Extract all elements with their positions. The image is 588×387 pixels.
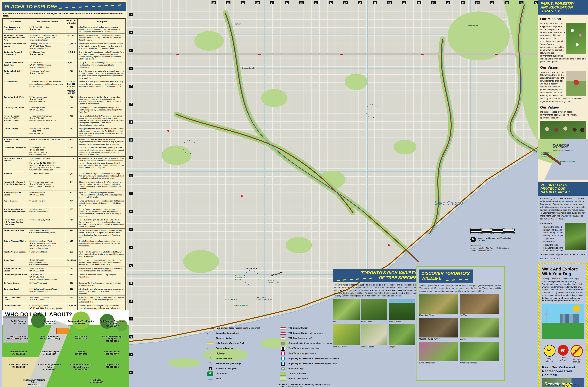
park-name: High Park	[3, 172, 28, 180]
col-address: Park Address/Contact	[28, 20, 65, 24]
legend-item: Physically Accessible Park Washroom (war…	[279, 356, 350, 361]
park-description: Nestled alongside a creek, Tam O'Shanter…	[78, 296, 126, 304]
wildlife-photo-grid: Great Blue Heron Red Fox Midland Painted…	[419, 294, 502, 364]
park-description: The site of innovative contemporary scul…	[78, 273, 126, 281]
park-name: Humber Valley Golf Course	[3, 191, 28, 199]
volunteer-title: VOLUNTEER TO PROTECT OUR NATURAL AREAS	[541, 183, 583, 194]
call-item-phone: 416-338-0338	[83, 381, 111, 383]
legend-swatch-icon	[279, 372, 287, 376]
grid-number: 38	[475, 1, 480, 4]
become-volunteer-cta: Become a volunteer!	[540, 257, 586, 260]
park-grid-coordinates: D3	[65, 180, 78, 191]
wildlife-photo-caption: Monarch Butterflies	[460, 362, 499, 364]
inset-land	[538, 139, 566, 164]
table-row: Toronto Botanical Gardens (TBG) in Edwar…	[3, 114, 126, 127]
legend-swatch-icon	[279, 356, 287, 361]
park-grid-coordinates: S19	[65, 273, 78, 281]
park-contact: 955 Humberwood Boulevard ☎ 416 675-6622 …	[28, 180, 65, 191]
places-to-explore-panel: PLACES TO EXPLORE Visit www.toronto.ca/p…	[0, 0, 127, 310]
park-contact: 11 locations across the city. Individual…	[28, 80, 65, 95]
legend-swatch-icon	[279, 346, 287, 351]
tree-photo: Tree of Heaven	[361, 324, 387, 348]
dog-body-text: The signs below will help you with "dogg…	[542, 278, 583, 296]
park-contact: 781 Victoria Park Avenue ☎ 416 392-2558	[28, 69, 65, 80]
legend-swatch-icon	[279, 366, 287, 371]
grid-number: 20	[211, 1, 216, 4]
wildlife-photo: White Tailed Deer	[419, 342, 458, 364]
call-item-phone: 416-338-0338	[67, 353, 95, 355]
call-item-phone: 416-338-0338	[36, 368, 63, 370]
dog-icon	[574, 349, 580, 353]
park-grid-coordinates: M-N,1-2	[65, 50, 78, 61]
legend-item: Pedestrian/Bicycle Bridge	[207, 362, 274, 366]
wildlife-photo-image	[460, 318, 499, 338]
dogs-off-leash-sign: Dogs off leash	[543, 345, 556, 363]
grid-letter: W	[129, 371, 133, 374]
park-grid-coordinates: P27	[65, 69, 78, 80]
table-row: Franklin Children's Garden Centre Island…	[3, 137, 126, 146]
park-name: Franklin Children's Garden	[3, 138, 28, 146]
table-row: Exhibition Place 200 Princes' Boulevard …	[3, 127, 126, 137]
sign-label: Dogs off leash	[543, 358, 556, 362]
park-description: Cherry Beach is one of the city's finest…	[78, 61, 126, 69]
park-description: Lush Vegetation and a rolling landscape …	[78, 106, 126, 114]
map-label: TORONTO HUNT CLUB	[268, 280, 283, 283]
grid-number: 33	[402, 1, 406, 4]
dog-walker-illustration	[542, 304, 584, 339]
park-name: Don Valley Golf Course	[3, 106, 28, 114]
call-item-phone: 416-392-8188	[98, 325, 126, 327]
park-description: St. James Gardens features a formal gard…	[78, 281, 126, 287]
grid-number: 29	[343, 1, 348, 4]
call-item: Park Permits/ Picnic Area bookings 416-3…	[98, 320, 126, 327]
legend-swatch-icon	[279, 336, 287, 341]
park-name: Ashbridge's Bay Park, and Woodbine Beach…	[3, 34, 28, 42]
grid-number: 24	[270, 1, 274, 4]
wildlife-header: DISCOVER TORONTO'S WILDLIFE	[419, 270, 473, 282]
call-item-label: Park Permits/ Picnic Area bookings	[98, 320, 126, 325]
call-item: Dog off leash 416-338-0338	[98, 364, 126, 370]
park-grid-coordinates: P-Q,31-32	[65, 42, 78, 50]
map-label: Finch Av.	[233, 23, 241, 25]
dog-section: Walk And Explore With Your Dog The signs…	[540, 264, 586, 387]
park-contact: 115 King Street East ☎ 416 515-9658 www.…	[28, 273, 65, 281]
legend-item: Roadway Bridge	[207, 356, 274, 361]
grid-letter: E	[129, 85, 133, 88]
call-item-phone: 416-392-3777	[98, 353, 126, 355]
park-description: Glen Rouge is Toronto's only campground,…	[78, 146, 126, 156]
table-row: Ontario Place and Marina 955 Lakeshore B…	[3, 239, 126, 250]
legend-item: Discovery Walks	[207, 336, 274, 341]
scale-km-tick: 0	[470, 228, 471, 229]
scale-km-tick: 0.5km	[479, 228, 483, 229]
park-contact: 235 Queen's Quay West 416-973-4000 Marin…	[28, 157, 65, 172]
dog-section-hatched-border: Walk And Explore With Your Dog The signs…	[538, 263, 588, 387]
legend-swatch-icon	[207, 377, 214, 381]
volunteer-section: VOLUNTEER TO PROTECT OUR NATURAL AREAS A…	[538, 182, 588, 263]
legend-item: Private Open Space	[279, 377, 350, 381]
trail-dash-decoration	[445, 279, 470, 281]
legend-item: Mid-Trail access point	[207, 366, 274, 371]
legend-swatch-icon	[207, 331, 214, 335]
grid-number: 27	[314, 1, 318, 4]
park-contact: 275 Unwin Avenue ☎ 416- 323-9521 (phone)…	[28, 61, 65, 69]
park-description: Situated in a natural setting in the Wes…	[78, 180, 126, 191]
legend-item: Highways	[207, 351, 274, 356]
legend-item: GO Stations	[207, 372, 274, 376]
call-item-label: Turf Maintenance	[5, 351, 32, 353]
wildlife-photo-caption: Great Blue Heron	[419, 314, 458, 316]
map-inset-rouge: TRAIL CONTINUES INTO PICKERING www.cityo…	[538, 139, 588, 180]
grid-number: 32	[387, 1, 392, 4]
sign-label: No dogs allowed	[570, 358, 583, 363]
grid-letter: G	[129, 120, 133, 124]
park-grid-coordinates: T15	[65, 127, 78, 137]
legend-item: Hard Surface Trails (access points at tr…	[207, 326, 274, 330]
call-item: Horticulture 416-338-0338	[67, 335, 95, 342]
tree-photo-image	[361, 324, 387, 345]
call-item: Park Sign 416-338-0338	[83, 379, 111, 386]
scale-bar-km	[470, 229, 515, 231]
tree-photo: Norway Spruce	[333, 324, 360, 348]
park-grid-coordinates: R19	[65, 25, 78, 33]
table-row: Sunnyside Beach 1755 Lakeshore Boulevard…	[3, 287, 126, 295]
tree-photo-image	[389, 324, 415, 345]
grid-letter: M	[129, 210, 133, 213]
call-item-label: Park Trail Repair	[5, 335, 32, 338]
